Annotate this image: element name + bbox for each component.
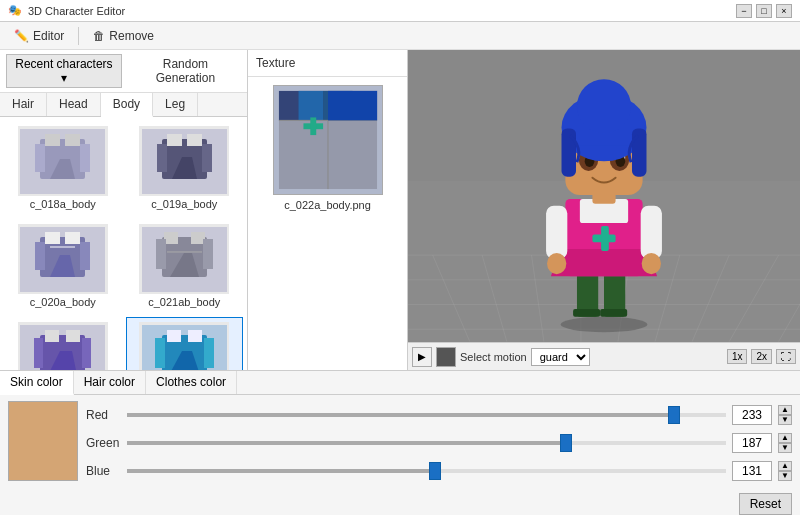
color-tab-skin[interactable]: Skin color xyxy=(0,371,74,395)
grid-item-c021ab[interactable]: c_021ab_body xyxy=(126,219,244,313)
color-tab-hair[interactable]: Hair color xyxy=(74,371,146,394)
tab-leg[interactable]: Leg xyxy=(153,93,198,116)
svg-rect-54 xyxy=(310,117,316,135)
maximize-button[interactable]: □ xyxy=(756,4,772,18)
stop-button[interactable] xyxy=(436,347,456,367)
random-generation-button[interactable]: Random Generation xyxy=(130,55,241,87)
tab-head[interactable]: Head xyxy=(47,93,101,116)
thumb-c019a xyxy=(139,126,229,196)
body-grid: c_018a_body xyxy=(4,121,243,370)
svg-point-96 xyxy=(577,79,631,133)
svg-rect-27 xyxy=(203,239,213,269)
green-label: Green xyxy=(86,436,121,450)
middle-panel: Texture xyxy=(248,50,408,370)
svg-rect-40 xyxy=(188,330,202,342)
editor-button[interactable]: ✏️ Editor xyxy=(8,27,70,45)
playback-bar: ▶ Select motion guard idle walk 1x 2x ⛶ xyxy=(408,342,800,370)
red-slider-thumb[interactable] xyxy=(668,406,680,424)
label-c019a: c_019a_body xyxy=(151,198,217,210)
label-c021ab: c_021ab_body xyxy=(148,296,220,308)
color-controls: Red ▲ ▼ Green xyxy=(0,395,800,515)
green-value-input[interactable] xyxy=(732,433,772,453)
svg-rect-11 xyxy=(157,144,167,172)
blue-value-input[interactable] xyxy=(732,461,772,481)
character-svg xyxy=(504,56,704,336)
svg-rect-26 xyxy=(156,239,166,269)
blue-down-button[interactable]: ▼ xyxy=(778,471,792,481)
grid-item-c021a[interactable]: c_021a_body xyxy=(4,317,122,370)
remove-button[interactable]: 🗑 Remove xyxy=(87,27,160,45)
texture-filename: c_022a_body.png xyxy=(284,199,371,211)
recent-chars-button[interactable]: Recent characters ▾ xyxy=(6,54,122,88)
red-slider-row: Red ▲ ▼ xyxy=(86,405,792,425)
svg-rect-35 xyxy=(82,338,91,368)
label-c020a: c_020a_body xyxy=(30,296,96,308)
close-button[interactable]: × xyxy=(776,4,792,18)
green-up-button[interactable]: ▲ xyxy=(778,433,792,443)
svg-rect-4 xyxy=(35,144,45,172)
svg-rect-95 xyxy=(632,128,646,176)
svg-rect-9 xyxy=(167,134,182,146)
blue-up-button[interactable]: ▲ xyxy=(778,461,792,471)
motion-select[interactable]: guard idle walk xyxy=(531,348,590,366)
toolbar-separator xyxy=(78,27,79,45)
red-value-input[interactable] xyxy=(732,405,772,425)
red-down-button[interactable]: ▼ xyxy=(778,415,792,425)
tab-hair[interactable]: Hair xyxy=(0,93,47,116)
svg-rect-5 xyxy=(80,144,90,172)
motion-label: Select motion xyxy=(460,351,527,363)
label-c018a: c_018a_body xyxy=(30,198,96,210)
svg-rect-47 xyxy=(298,91,323,120)
green-spinner: ▲ ▼ xyxy=(778,433,792,453)
grid-item-c020a[interactable]: c_020a_body xyxy=(4,219,122,313)
svg-rect-24 xyxy=(164,232,178,244)
fullscreen-button[interactable]: ⛶ xyxy=(776,349,796,364)
color-tabs-row: Skin color Hair color Clothes color xyxy=(0,371,800,395)
blue-label: Blue xyxy=(86,464,121,478)
svg-rect-42 xyxy=(204,338,214,368)
svg-rect-52 xyxy=(328,91,377,120)
color-preview xyxy=(8,401,78,481)
svg-rect-3 xyxy=(65,134,80,146)
speed-1x-button[interactable]: 1x xyxy=(727,349,748,364)
bottom-panel: Skin color Hair color Clothes color Red … xyxy=(0,370,800,515)
texture-thumbnail[interactable] xyxy=(273,85,383,195)
grid-item-c019a[interactable]: c_019a_body xyxy=(126,121,244,215)
body-grid-container[interactable]: c_018a_body xyxy=(0,117,247,370)
thumb-c021a xyxy=(18,322,108,370)
svg-rect-81 xyxy=(641,206,662,259)
texture-label: Texture xyxy=(248,50,407,77)
svg-rect-2 xyxy=(45,134,60,146)
red-up-button[interactable]: ▲ xyxy=(778,405,792,415)
character-display xyxy=(408,50,800,342)
svg-rect-79 xyxy=(601,226,609,251)
svg-point-82 xyxy=(547,253,566,274)
speed-2x-button[interactable]: 2x xyxy=(751,349,772,364)
red-slider-track[interactable] xyxy=(127,413,726,417)
svg-rect-18 xyxy=(35,242,45,270)
svg-rect-41 xyxy=(155,338,165,368)
color-tab-clothes[interactable]: Clothes color xyxy=(146,371,237,394)
svg-rect-32 xyxy=(45,330,59,342)
svg-rect-80 xyxy=(546,206,567,259)
grid-item-c018a[interactable]: c_018a_body xyxy=(4,121,122,215)
green-down-button[interactable]: ▼ xyxy=(778,443,792,453)
blue-slider-track[interactable] xyxy=(127,469,726,473)
svg-point-83 xyxy=(642,253,661,274)
blue-slider-row: Blue ▲ ▼ xyxy=(86,461,792,481)
grid-item-c022a[interactable]: c_022a_body xyxy=(126,317,244,370)
thumb-c021ab xyxy=(139,224,229,294)
right-panel: ▶ Select motion guard idle walk 1x 2x ⛶ xyxy=(408,50,800,370)
tab-body[interactable]: Body xyxy=(101,93,153,117)
play-button[interactable]: ▶ xyxy=(412,347,432,367)
minimize-button[interactable]: − xyxy=(736,4,752,18)
green-slider-track[interactable] xyxy=(127,441,726,445)
reset-button[interactable]: Reset xyxy=(739,493,792,515)
blue-slider-thumb[interactable] xyxy=(429,462,441,480)
main-container: ✏️ Editor 🗑 Remove Recent characters ▾ R… xyxy=(0,22,800,515)
svg-rect-39 xyxy=(167,330,181,342)
viewport-3d[interactable] xyxy=(408,50,800,342)
red-label: Red xyxy=(86,408,121,422)
thumb-c020a xyxy=(18,224,108,294)
green-slider-thumb[interactable] xyxy=(560,434,572,452)
